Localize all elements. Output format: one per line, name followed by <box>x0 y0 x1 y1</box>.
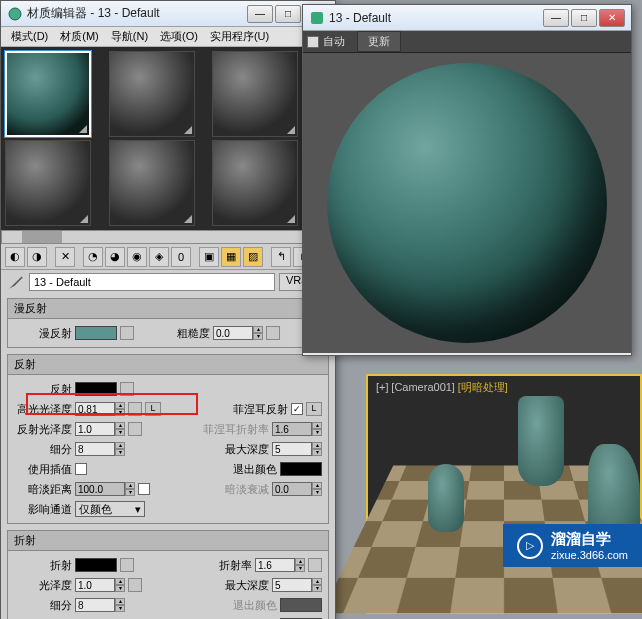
viewport-label[interactable]: [+] [Camera001] [明暗处理] <box>376 380 508 395</box>
sample-slot-1[interactable] <box>5 51 91 137</box>
put-scene-icon[interactable]: ◑ <box>27 247 47 267</box>
fresnel-lock-button[interactable]: L <box>306 402 322 416</box>
reflect-subdiv-label: 细分 <box>14 442 72 457</box>
eyedropper-icon[interactable] <box>7 273 25 291</box>
auto-label: 自动 <box>323 34 345 49</box>
preview-minimize-button[interactable]: — <box>543 9 569 27</box>
minimize-button[interactable]: — <box>247 5 273 23</box>
hilight-gloss-label: 高光光泽度 <box>14 402 72 417</box>
refract-rollout-title[interactable]: 折射 <box>8 531 328 551</box>
material-name-input[interactable] <box>29 273 275 291</box>
viewport-expand[interactable]: [+] <box>376 381 389 393</box>
refract-rollout: 折射 折射 折射率 ▴▾ 光泽度 ▴▾ 最大深度 ▴▾ <box>7 530 329 619</box>
refract-exit-swatch[interactable] <box>280 598 322 612</box>
material-preview-window: 13 - Default — □ ✕ ✓ 自动 更新 <box>302 4 632 356</box>
fresnel-label: 菲涅耳反射 <box>233 402 288 417</box>
dim-distance-label: 暗淡距离 <box>14 482 72 497</box>
reflect-interp-checkbox[interactable] <box>75 463 87 475</box>
sample-slot-5[interactable] <box>109 140 195 226</box>
reflect-subdiv-spinner[interactable]: ▴▾ <box>75 442 125 456</box>
reflect-gloss-label: 反射光泽度 <box>14 422 72 437</box>
affect-channels-label: 影响通道 <box>14 502 72 517</box>
window-title: 材质编辑器 - 13 - Default <box>27 5 247 22</box>
diffuse-color-swatch[interactable] <box>75 326 117 340</box>
refract-subdiv-label: 细分 <box>14 598 72 613</box>
id-icon[interactable]: 0 <box>171 247 191 267</box>
viewport-camera[interactable]: [Camera001] <box>391 381 455 393</box>
reflect-exit-swatch[interactable] <box>280 462 322 476</box>
roughness-spinner[interactable]: ▴▾ <box>213 326 263 340</box>
sample-slots <box>1 47 317 230</box>
diffuse-rollout-title[interactable]: 漫反射 <box>8 299 328 319</box>
chess-pawn <box>428 464 464 532</box>
go-parent-icon[interactable]: ↰ <box>271 247 291 267</box>
hilight-gloss-spinner[interactable]: ▴▾ <box>75 402 125 416</box>
play-icon: ▷ <box>517 533 543 559</box>
menu-material[interactable]: 材质(M) <box>54 27 105 46</box>
auto-checkbox[interactable]: ✓ <box>307 36 319 48</box>
refract-subdiv-spinner[interactable]: ▴▾ <box>75 598 125 612</box>
viewport-shading[interactable]: [明暗处理] <box>458 381 508 393</box>
menu-options[interactable]: 选项(O) <box>154 27 204 46</box>
put-library-icon[interactable]: ◈ <box>149 247 169 267</box>
sample-slot-3[interactable] <box>212 51 298 137</box>
svg-rect-1 <box>311 12 323 24</box>
get-material-icon[interactable]: ◐ <box>5 247 25 267</box>
sample-slot-6[interactable] <box>212 140 298 226</box>
show-map-icon[interactable]: ▣ <box>199 247 219 267</box>
diffuse-label: 漫反射 <box>14 326 72 341</box>
fresnel-checkbox[interactable]: ✓ <box>291 403 303 415</box>
app-icon <box>7 6 23 22</box>
maximize-button[interactable]: □ <box>275 5 301 23</box>
reflect-gloss-map-button[interactable] <box>128 422 142 436</box>
dim-falloff-label: 暗淡衰减 <box>225 482 269 497</box>
refract-maxdepth-spinner[interactable]: ▴▾ <box>272 578 322 592</box>
fresnel-ior-spinner[interactable]: ▴▾ <box>272 422 322 436</box>
hilight-lock-button[interactable]: L <box>145 402 161 416</box>
diffuse-map-button[interactable] <box>120 326 134 340</box>
menu-navigate[interactable]: 导航(N) <box>105 27 154 46</box>
reset-icon[interactable]: ◔ <box>83 247 103 267</box>
dim-distance-checkbox[interactable] <box>138 483 150 495</box>
reflect-gloss-spinner[interactable]: ▴▾ <box>75 422 125 436</box>
refract-ior-label: 折射率 <box>219 558 252 573</box>
watermark-url: zixue.3d66.com <box>551 549 628 561</box>
preview-titlebar[interactable]: 13 - Default — □ ✕ <box>303 5 631 31</box>
assign-icon[interactable]: ✕ <box>55 247 75 267</box>
roughness-map-button[interactable] <box>266 326 280 340</box>
refract-ior-map-button[interactable] <box>308 558 322 572</box>
menubar: 模式(D) 材质(M) 导航(N) 选项(O) 实用程序(U) <box>1 27 335 47</box>
refract-color-swatch[interactable] <box>75 558 117 572</box>
reflect-label: 反射 <box>14 382 72 397</box>
reflect-color-swatch[interactable] <box>75 382 117 396</box>
chess-rook <box>518 396 564 486</box>
preview-close-button[interactable]: ✕ <box>599 9 625 27</box>
refract-ior-spinner[interactable]: ▴▾ <box>255 558 305 572</box>
reflect-map-button[interactable] <box>120 382 134 396</box>
refract-gloss-spinner[interactable]: ▴▾ <box>75 578 125 592</box>
dim-falloff-spinner[interactable]: ▴▾ <box>272 482 322 496</box>
sample-slot-4[interactable] <box>5 140 91 226</box>
titlebar[interactable]: 材质编辑器 - 13 - Default — □ ✕ <box>1 1 335 27</box>
reflect-rollout-title[interactable]: 反射 <box>8 355 328 375</box>
sample-slot-2[interactable] <box>109 51 195 137</box>
refract-map-button[interactable] <box>120 558 134 572</box>
preview-maximize-button[interactable]: □ <box>571 9 597 27</box>
update-button[interactable]: 更新 <box>357 31 401 52</box>
copy-icon[interactable]: ◕ <box>105 247 125 267</box>
show-result-icon[interactable]: ▦ <box>221 247 241 267</box>
sample-scrollbar[interactable] <box>1 230 335 244</box>
make-unique-icon[interactable]: ◉ <box>127 247 147 267</box>
material-toolbar: ◐ ◑ ✕ ◔ ◕ ◉ ◈ 0 ▣ ▦ ▨ ↰ ↱ <box>1 244 335 270</box>
material-name-row: VRayM <box>1 270 335 294</box>
hilight-map-button[interactable] <box>128 402 142 416</box>
reflect-maxdepth-spinner[interactable]: ▴▾ <box>272 442 322 456</box>
svg-point-0 <box>9 8 21 20</box>
background-toggle-icon[interactable]: ▨ <box>243 247 263 267</box>
refract-gloss-map-button[interactable] <box>128 578 142 592</box>
menu-mode[interactable]: 模式(D) <box>5 27 54 46</box>
camera-viewport[interactable]: [+] [Camera001] [明暗处理] <box>366 374 642 614</box>
dim-distance-spinner[interactable]: ▴▾ <box>75 482 135 496</box>
affect-channels-combo[interactable]: 仅颜色▾ <box>75 501 145 517</box>
menu-utilities[interactable]: 实用程序(U) <box>204 27 275 46</box>
